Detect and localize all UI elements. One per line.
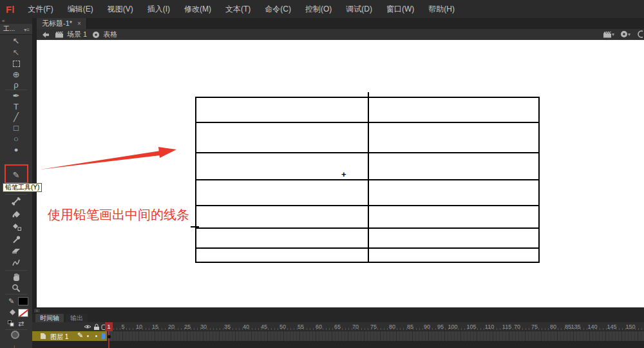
fill-bucket-icon (8, 309, 16, 316)
swap-colors-button[interactable]: ⇄ (18, 320, 24, 328)
panel-menu-icon[interactable]: ▾≡ (24, 25, 30, 35)
layer-row[interactable]: 图层 1 ✎ (32, 331, 107, 341)
edit-scene-button[interactable]: ▾ (603, 31, 614, 38)
back-arrow-icon (42, 32, 50, 38)
rectangle-tool[interactable]: □ (7, 122, 25, 133)
pencil-tooltip: 铅笔工具(Y) (3, 183, 42, 192)
zoom-icon (12, 284, 21, 293)
fill-color-swatch[interactable] (18, 309, 28, 317)
document-tab[interactable]: 无标题-1*× (37, 18, 87, 29)
menu-item[interactable]: 插入(I) (140, 0, 177, 18)
deco-icon (12, 258, 21, 267)
selection-tool[interactable]: ↖ (7, 35, 25, 46)
subselection-tool[interactable]: ↖ (7, 46, 25, 57)
document-tab-bar: 无标题-1*× (37, 18, 644, 29)
tool-options-button[interactable] (11, 331, 19, 339)
close-tab-icon[interactable]: × (77, 20, 81, 27)
menu-item[interactable]: 命令(C) (258, 0, 298, 18)
stroke-color-swatch[interactable] (18, 297, 28, 305)
partial-option-icon: ∟ (13, 343, 19, 348)
eye-icon (84, 324, 91, 329)
layer-outline-color[interactable] (102, 333, 105, 339)
eraser-tool[interactable] (7, 246, 25, 257)
menu-item[interactable]: 文件(F) (21, 0, 60, 18)
table-middle-line (368, 92, 369, 263)
stage-scroll-strip (37, 307, 644, 314)
free-transform-tool[interactable] (7, 58, 25, 69)
scene-icon (55, 31, 64, 38)
edit-bar: 场景 1 表格 ▾ ▾ (37, 29, 644, 41)
bone-tool[interactable] (7, 196, 25, 207)
playhead-line (108, 331, 109, 348)
frame-grid-lines (107, 331, 644, 341)
breadcrumb-symbol[interactable]: 表格 (103, 30, 117, 39)
zoom-control-icon (636, 30, 643, 38)
deco-tool[interactable] (7, 258, 25, 269)
menu-item[interactable]: 编辑(E) (61, 0, 100, 18)
edit-symbol-button[interactable]: ▾ (620, 30, 630, 38)
tools-divider (5, 329, 27, 330)
menu-item[interactable]: 帮助(H) (421, 0, 462, 18)
lock-layers-button[interactable] (93, 324, 100, 331)
frames-grid[interactable] (107, 331, 644, 341)
lasso-tool[interactable]: ρ (7, 79, 25, 90)
pencil-crosshair-cursor: + (341, 171, 346, 178)
edit-scene-icon (603, 31, 612, 38)
page-icon (40, 333, 46, 340)
lasso-icon: ρ (14, 80, 18, 90)
ink-bottle-tool[interactable] (7, 222, 25, 233)
menu-item[interactable]: 文本(T) (218, 0, 258, 18)
3d-rotation-tool[interactable]: ⊕ (7, 68, 25, 79)
tools-divider (5, 270, 27, 271)
zoom-control-partial[interactable] (636, 30, 643, 38)
bone-icon (12, 197, 21, 206)
playhead[interactable]: 1 (105, 322, 113, 331)
stroke-pencil-icon: ✎ (8, 297, 14, 305)
timeline-tab-bar: 时间轴 输出 (32, 314, 644, 322)
menu-item[interactable]: 调试(D) (339, 0, 379, 18)
edit-symbol-icon (620, 30, 628, 38)
eyedropper-icon (12, 235, 21, 244)
eyedropper-tool[interactable] (7, 235, 25, 246)
collapse-panel-button[interactable]: « (0, 18, 32, 24)
text-tool[interactable]: T (7, 101, 25, 111)
back-button[interactable] (42, 32, 50, 38)
layer-visible-dot[interactable] (87, 335, 89, 337)
scroll-left-arrow[interactable]: ‹ (33, 308, 41, 313)
polystar-tool[interactable]: ● (7, 143, 25, 154)
tools-panel-header[interactable]: 工... ▾≡ (0, 24, 32, 35)
tools-panel-title: 工... (0, 25, 15, 32)
fl-logo: Fl (0, 4, 21, 15)
lock-icon (93, 324, 100, 331)
paint-bucket-tool[interactable] (7, 209, 25, 220)
breadcrumb-scene[interactable]: 场景 1 (67, 30, 87, 39)
stage-canvas[interactable]: + 使用铅笔画出中间的线条 (37, 40, 644, 307)
paint-bucket-icon (12, 210, 21, 218)
tools-divider (5, 294, 27, 295)
document-tab-title: 无标题-1* (42, 19, 72, 27)
show-hide-layers-button[interactable] (84, 324, 91, 329)
rectangle-icon: □ (14, 123, 19, 133)
tab-timeline[interactable]: 时间轴 (35, 314, 64, 322)
oval-tool[interactable]: ○ (7, 133, 25, 144)
menu-bar: Fl 文件(F)编辑(E)视图(V)插入(I)修改(M)文本(T)命令(C)控制… (0, 0, 644, 19)
menu-item[interactable]: 控制(O) (298, 0, 339, 18)
zoom-tool[interactable] (7, 283, 25, 294)
pen-tool[interactable]: ✒ (7, 90, 25, 101)
free-transform-icon (13, 61, 20, 67)
menu-item[interactable]: 修改(M) (177, 0, 218, 18)
bw-default-colors-button[interactable] (8, 320, 14, 327)
menu-item[interactable]: 视图(V) (100, 0, 140, 18)
tools-divider (5, 194, 27, 195)
keyframe-dot (108, 335, 111, 338)
layer-lock-dot[interactable] (95, 335, 97, 337)
pencil-annotation-box (5, 164, 28, 184)
timeline-footer (32, 341, 644, 348)
menu-item[interactable]: 窗口(W) (379, 0, 421, 18)
line-tool[interactable]: ╱ (7, 111, 25, 122)
hand-tool[interactable] (7, 272, 25, 283)
ink-bottle-icon (12, 223, 21, 231)
tab-output[interactable]: 输出 (66, 314, 88, 322)
symbol-icon (92, 31, 100, 39)
hand-icon (12, 273, 21, 282)
